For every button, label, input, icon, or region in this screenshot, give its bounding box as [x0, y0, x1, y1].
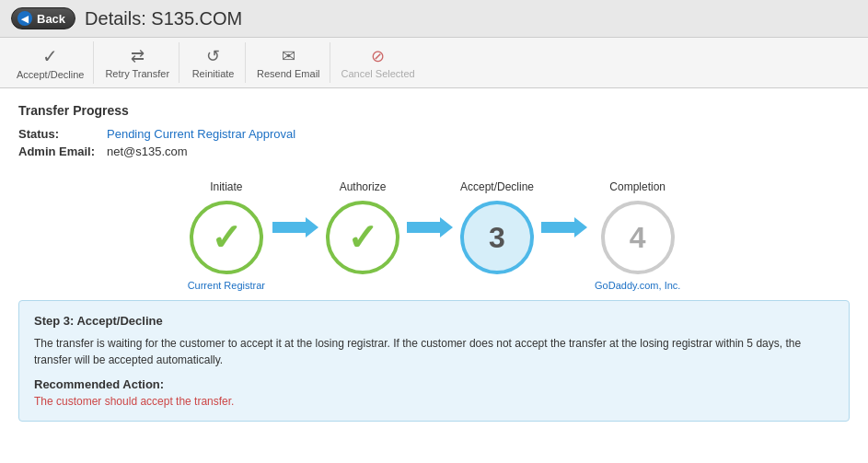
retry-transfer-icon: ⇄: [131, 46, 145, 66]
progress-steps: Initiate ✓ Current Registrar Authorize ✓…: [18, 180, 850, 291]
back-button[interactable]: ◀ Back: [11, 7, 75, 29]
page-title: Details: S135.COM: [85, 8, 242, 29]
section-title: Transfer Progress: [18, 103, 850, 118]
step3-action-label: Recommended Action:: [34, 377, 834, 391]
status-label: Status:: [18, 127, 101, 141]
toolbar: ✓ Accept/Decline ⇄ Retry Transfer ↺ Rein…: [0, 38, 868, 88]
back-label: Back: [37, 12, 65, 26]
toolbar-item-cancel-selected[interactable]: ⊘ Cancel Selected: [332, 42, 424, 83]
arrow-3: [534, 217, 595, 237]
step-accept-decline-label: Accept/Decline: [460, 180, 534, 193]
step-authorize-circle: ✓: [326, 201, 399, 274]
reinitiate-icon: ↺: [206, 46, 220, 66]
step3-description: The transfer is waiting for the customer…: [34, 335, 834, 368]
toolbar-item-resend-email[interactable]: ✉ Resend Email: [248, 42, 330, 83]
back-arrow-icon: ◀: [17, 11, 32, 26]
step-authorize-label: Authorize: [340, 180, 387, 193]
blue-arrow-icon-1: [272, 217, 318, 237]
arrow-1: [265, 217, 326, 237]
toolbar-label-resend-email: Resend Email: [257, 68, 319, 79]
toolbar-label-reinitiate: Reinitiate: [192, 68, 235, 79]
step-completion-number: 4: [630, 221, 646, 255]
header: ◀ Back Details: S135.COM: [0, 0, 868, 38]
blue-arrow-icon-3: [541, 217, 587, 237]
toolbar-item-accept-decline[interactable]: ✓ Accept/Decline: [7, 41, 94, 84]
status-value: Pending Current Registrar Approval: [107, 127, 295, 141]
resend-email-icon: ✉: [282, 46, 295, 66]
toolbar-item-retry-transfer[interactable]: ⇄ Retry Transfer: [96, 42, 179, 83]
blue-arrow-icon-2: [407, 217, 453, 237]
main-content: Transfer Progress Status: Pending Curren…: [0, 88, 868, 436]
toolbar-label-retry-transfer: Retry Transfer: [105, 68, 169, 79]
step-authorize: Authorize ✓: [326, 180, 399, 280]
toolbar-label-cancel-selected: Cancel Selected: [341, 68, 415, 79]
step-accept-decline: Accept/Decline 3: [460, 180, 534, 280]
step-completion-circle: 4: [601, 201, 675, 274]
step-authorize-check: ✓: [347, 216, 378, 259]
cancel-selected-icon: ⊘: [371, 46, 385, 66]
step-initiate-sublabel: Current Registrar: [188, 280, 265, 291]
admin-email-row: Admin Email: net@s135.com: [18, 145, 850, 158]
status-row: Status: Pending Current Registrar Approv…: [18, 127, 850, 141]
admin-email-value: net@s135.com: [107, 145, 188, 158]
step-initiate-circle: ✓: [190, 201, 263, 274]
arrow-2: [399, 217, 460, 237]
step3-title: Step 3: Accept/Decline: [34, 314, 834, 328]
step-initiate-check: ✓: [211, 216, 242, 259]
step-completion-sublabel: GoDaddy.com, Inc.: [595, 280, 680, 291]
admin-email-label: Admin Email:: [18, 145, 101, 158]
step-initiate: Initiate ✓ Current Registrar: [188, 180, 265, 291]
toolbar-item-reinitiate[interactable]: ↺ Reinitiate: [181, 42, 246, 83]
toolbar-label-accept-decline: Accept/Decline: [17, 69, 84, 80]
step-accept-decline-number: 3: [489, 221, 505, 255]
step3-action-value: The customer should accept the transfer.: [34, 395, 834, 408]
step3-info-box: Step 3: Accept/Decline The transfer is w…: [18, 300, 850, 422]
step-initiate-label: Initiate: [210, 180, 242, 193]
step-completion-label: Completion: [609, 180, 665, 193]
step-completion: Completion 4 GoDaddy.com, Inc.: [595, 180, 680, 291]
accept-decline-icon: ✓: [42, 45, 58, 67]
step-accept-decline-circle: 3: [460, 201, 534, 274]
